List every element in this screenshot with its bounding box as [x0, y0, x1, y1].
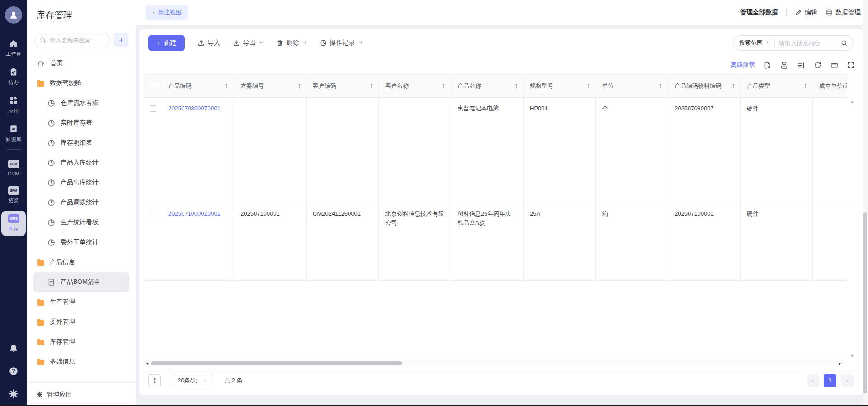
- row-link-cell[interactable]: 2025071000010001: [162, 203, 234, 280]
- top-bar: + 新建视图 管理全部数据 编辑 数据管理: [136, 0, 868, 25]
- page-scrollbar[interactable]: [863, 0, 868, 406]
- add-button[interactable]: +: [114, 33, 128, 47]
- sidebar-item-inventory-detail[interactable]: 库存明细表: [33, 133, 129, 153]
- column-header-9[interactable]: 成本单价(元: [813, 75, 847, 97]
- row-link-cell[interactable]: 2025070800070001: [162, 98, 234, 203]
- sidebar-item-data-cockpit[interactable]: 数据驾驶舱: [33, 73, 129, 93]
- column-menu-icon[interactable]: [513, 83, 519, 89]
- table-vertical-scrollbar[interactable]: ▲ ▼: [849, 99, 855, 358]
- column-settings-icon[interactable]: [797, 61, 805, 69]
- table-horizontal-scrollbar[interactable]: ◄ ►: [144, 359, 844, 367]
- column-header-1[interactable]: 方案编号: [234, 75, 307, 97]
- manage-all-data-button[interactable]: 管理全部数据: [740, 9, 778, 17]
- scroll-up-icon[interactable]: ▲: [850, 99, 854, 104]
- scroll-left-icon[interactable]: ◄: [145, 361, 149, 366]
- next-page-button[interactable]: ›: [841, 374, 854, 387]
- row-checkbox[interactable]: [150, 105, 156, 112]
- prev-page-button[interactable]: ‹: [807, 374, 819, 387]
- data-manage-button[interactable]: 数据管理: [826, 9, 861, 17]
- sidebar-item-label: 首页: [50, 59, 63, 67]
- table-search-input[interactable]: [779, 40, 837, 47]
- column-header-5[interactable]: 规格型号: [524, 75, 596, 97]
- home-icon: [37, 60, 45, 67]
- column-header-6[interactable]: 单位: [596, 75, 668, 97]
- board-icon[interactable]: [780, 61, 788, 69]
- sidebar-item-home[interactable]: 首页: [33, 53, 129, 73]
- rail-item-workbench[interactable]: 工作台: [1, 35, 26, 61]
- page-scroll-thumb[interactable]: [863, 212, 867, 393]
- sidebar-item-outsource-workorder-stats[interactable]: 委外工单统计: [33, 232, 129, 252]
- sidebar-item-inventory-mgmt[interactable]: 库存管理: [33, 332, 129, 352]
- rail-item-label: 知识库: [6, 136, 22, 143]
- sidebar-item-product-info[interactable]: 产品信息: [33, 252, 129, 272]
- new-view-button[interactable]: + 新建视图: [146, 5, 188, 20]
- history-button[interactable]: 操作记录: [320, 39, 363, 47]
- scroll-right-icon[interactable]: ►: [838, 361, 842, 366]
- sidebar-item-production-stats-board[interactable]: 生产统计看板: [33, 212, 129, 232]
- page-size-select[interactable]: 20条/页: [173, 374, 212, 387]
- rail-item-srm[interactable]: SRM招采: [1, 183, 26, 208]
- column-header-7[interactable]: 产品编码物料编码: [668, 75, 741, 97]
- column-header-4[interactable]: 产品名称: [451, 75, 524, 97]
- page-1-button[interactable]: 1: [824, 374, 836, 387]
- export-button[interactable]: 导出: [233, 39, 264, 47]
- chevron-down-icon: [203, 378, 208, 383]
- column-header-3[interactable]: 客户名称: [379, 75, 451, 97]
- sidebar-item-product-outbound-stats[interactable]: 产品出库统计: [33, 173, 129, 193]
- help-icon[interactable]: ?: [9, 366, 19, 376]
- row-checkbox[interactable]: [150, 211, 156, 217]
- gear-icon[interactable]: [9, 389, 19, 399]
- sidebar-item-production-mgmt[interactable]: 生产管理: [33, 292, 129, 312]
- column-menu-icon[interactable]: [802, 83, 809, 89]
- sidebar-search[interactable]: [34, 33, 110, 47]
- sidebar-item-product-inbound-stats[interactable]: 产品入库统计: [33, 153, 129, 173]
- advanced-search-link[interactable]: 高级搜索: [731, 61, 755, 69]
- svg-text:AI: AI: [12, 127, 15, 131]
- delete-button[interactable]: 删除: [276, 39, 307, 47]
- select-all-checkbox[interactable]: [150, 83, 156, 89]
- refresh-icon[interactable]: [814, 61, 821, 69]
- import-button[interactable]: 导入: [198, 39, 220, 47]
- column-header-8[interactable]: 产品类型: [741, 75, 813, 97]
- rail-item-apps[interactable]: 应用: [1, 92, 26, 118]
- row-height-button[interactable]: [148, 374, 161, 387]
- scroll-down-icon[interactable]: ▼: [850, 354, 854, 358]
- rail-item-wms[interactable]: WMS库存: [1, 211, 26, 236]
- rail-item-knowledge[interactable]: AI知识库: [1, 121, 26, 146]
- sidebar-item-product-transfer-stats[interactable]: 产品调拨统计: [33, 193, 129, 212]
- user-avatar[interactable]: [5, 6, 22, 24]
- keyboard-icon[interactable]: [830, 61, 838, 69]
- manage-app-button[interactable]: 管理应用: [27, 382, 136, 406]
- fullscreen-icon[interactable]: [847, 61, 854, 69]
- sidebar-search-input[interactable]: [50, 37, 105, 44]
- rail-item-todo[interactable]: 待办: [1, 64, 26, 90]
- plus-icon: +: [157, 39, 160, 47]
- column-menu-icon[interactable]: [585, 83, 592, 89]
- column-menu-icon[interactable]: [658, 83, 664, 89]
- sidebar-item-basic-info[interactable]: 基础信息: [33, 352, 129, 372]
- create-button[interactable]: + 新建: [148, 35, 185, 51]
- search-icon[interactable]: [841, 40, 848, 47]
- column-menu-icon[interactable]: [296, 83, 302, 89]
- sidebar-item-warehouse-flow-board[interactable]: 仓库流水看板: [33, 93, 129, 113]
- row-checkbox-cell: [144, 203, 162, 280]
- column-menu-icon[interactable]: [224, 83, 230, 89]
- horizontal-scroll-thumb[interactable]: [151, 361, 402, 365]
- column-header-2[interactable]: 客户编码: [307, 75, 379, 97]
- upload-icon: [198, 39, 205, 47]
- search-scope-select[interactable]: 搜索范围: [739, 39, 770, 47]
- bell-icon[interactable]: [9, 344, 19, 354]
- rail-item-crm[interactable]: CRMCRM: [1, 156, 26, 180]
- column-header-0[interactable]: 产品编码: [162, 75, 234, 97]
- button-label: 删除: [286, 39, 299, 47]
- sidebar-item-outsource-mgmt[interactable]: 委外管理: [33, 312, 129, 332]
- sidebar-item-realtime-inventory[interactable]: 实时库存表: [33, 113, 129, 133]
- edit-button[interactable]: 编辑: [795, 9, 817, 17]
- sidebar-item-label: 产品信息: [50, 258, 75, 266]
- doc-preview-icon[interactable]: [764, 61, 771, 69]
- table-cell: 202507100001: [234, 203, 307, 280]
- column-menu-icon[interactable]: [730, 83, 736, 89]
- sidebar-item-product-bom-list[interactable]: 产品BOM清单: [33, 272, 129, 292]
- column-menu-icon[interactable]: [368, 83, 375, 89]
- column-menu-icon[interactable]: [441, 83, 447, 89]
